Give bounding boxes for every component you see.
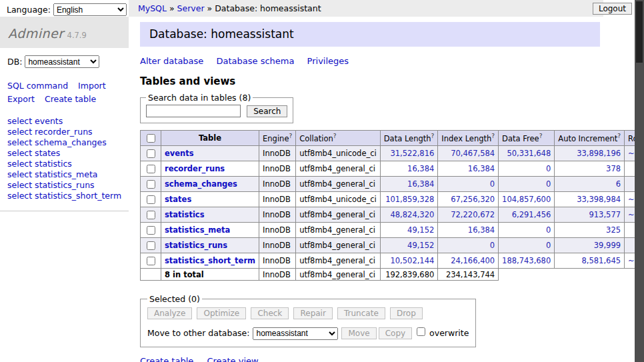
total-collation: utf8mb4_general_ci <box>296 269 381 281</box>
alter-database-link[interactable]: Alter database <box>140 56 203 66</box>
cell-collation: utf8mb4_general_ci <box>296 238 381 253</box>
rows-count-link[interactable]: ~ 312,180 <box>628 149 635 158</box>
sidebar-link-sql-command[interactable]: SQL command <box>7 81 68 91</box>
breadcrumb-link-mysql[interactable]: MySQL <box>138 3 167 13</box>
sidebar-link-import[interactable]: Import <box>78 81 106 91</box>
rows-count-link[interactable]: ~ 136,108 <box>628 256 635 265</box>
sidebar-item-select-recorder-runs[interactable]: select recorder_runs <box>7 127 122 137</box>
vertical-scrollbar[interactable] <box>635 0 644 362</box>
sidebar-link-export[interactable]: Export <box>7 94 35 104</box>
scrollbar-thumb[interactable] <box>636 1 643 63</box>
search-button[interactable]: Search <box>247 105 287 117</box>
sidebar-item-select-statistics-runs[interactable]: select statistics_runs <box>7 180 122 191</box>
analyze-button[interactable]: Analyze <box>147 307 192 319</box>
overwrite-checkbox[interactable] <box>417 327 425 336</box>
cell-index-length: 0 <box>438 238 499 253</box>
sidebar-item-select-statistics[interactable]: select statistics <box>7 159 122 169</box>
drop-button[interactable]: Drop <box>390 307 423 319</box>
language-select[interactable]: English <box>53 3 127 16</box>
sidebar-link-create-table[interactable]: Create table <box>45 94 96 104</box>
cell-rows: ~ 299,833 <box>625 192 635 207</box>
truncate-button[interactable]: Truncate <box>337 307 385 319</box>
repair-button[interactable]: Repair <box>293 307 332 319</box>
table-link[interactable]: statistics_short_term <box>165 256 255 265</box>
cell-data-length: 49,152 <box>380 223 438 238</box>
rows-count-link[interactable]: ~ 569,159 <box>628 210 635 219</box>
move-db-select[interactable]: homeassistant <box>253 327 338 340</box>
cell-data-length: 101,859,328 <box>380 192 438 207</box>
cell-auto-increment: 33,398,984 <box>555 192 625 207</box>
table-row: statistics_runs InnoDB utf8mb4_general_c… <box>141 238 635 253</box>
header-auto-increment: Auto Increment? <box>555 131 625 146</box>
rows-count-link[interactable]: ~ 299,833 <box>628 195 635 204</box>
help-icon[interactable]: ? <box>617 133 621 139</box>
cell-rows: ~ 312,180 <box>625 146 635 161</box>
cell-engine: InnoDB <box>259 161 296 177</box>
help-icon[interactable]: ? <box>539 133 543 139</box>
row-checkbox[interactable] <box>147 180 155 189</box>
database-schema-link[interactable]: Database schema <box>217 56 295 66</box>
move-button[interactable]: Move <box>341 327 376 339</box>
db-select[interactable]: homeassistant <box>25 55 99 68</box>
cell-index-length: 0 <box>438 177 499 192</box>
select-all-checkbox[interactable] <box>147 134 155 143</box>
row-checkbox[interactable] <box>147 241 155 250</box>
breadcrumb-link-server[interactable]: Server <box>177 3 205 13</box>
db-label: DB: <box>7 57 22 67</box>
table-link[interactable]: statistics_meta <box>165 225 230 235</box>
sidebar-table-list: select events select recorder_runs selec… <box>7 116 122 201</box>
copy-button[interactable]: Copy <box>379 327 412 339</box>
tables-and-views-heading: Tables and views <box>140 75 600 87</box>
table-row: schema_changes InnoDB utf8mb4_general_ci… <box>141 177 635 192</box>
search-legend: Search data in tables (8) <box>146 93 253 103</box>
table-total-row: 8 in total InnoDB utf8mb4_general_ci 192… <box>141 269 635 281</box>
header-collation: Collation? <box>296 131 381 146</box>
create-view-link[interactable]: Create view <box>207 356 258 362</box>
row-checkbox[interactable] <box>147 257 155 265</box>
adminer-brand-link[interactable]: Adminer <box>8 26 64 41</box>
overwrite-label: overwrite <box>429 328 469 338</box>
table-link[interactable]: statistics <box>165 210 205 219</box>
cell-engine: InnoDB <box>259 253 296 269</box>
cell-data-free: 6,291,456 <box>499 207 555 223</box>
privileges-link[interactable]: Privileges <box>307 56 349 66</box>
cell-auto-increment: 325 <box>555 223 625 238</box>
cell-rows: ~ 136,108 <box>625 253 635 269</box>
row-checkbox[interactable] <box>147 165 155 173</box>
logout-button[interactable]: Logout <box>593 3 632 15</box>
optimize-button[interactable]: Optimize <box>197 307 246 319</box>
table-link[interactable]: recorder_runs <box>165 164 225 173</box>
table-link[interactable]: schema_changes <box>165 179 237 189</box>
search-input[interactable] <box>146 105 241 117</box>
sidebar-item-select-schema-changes[interactable]: select schema_changes <box>7 137 122 148</box>
table-row: events InnoDB utf8mb4_unicode_ci 31,522,… <box>141 146 635 161</box>
table-link[interactable]: events <box>165 149 194 158</box>
row-checkbox[interactable] <box>147 195 155 204</box>
breadcrumb: MySQL»Server»Database: homeassistant <box>129 0 603 17</box>
cell-auto-increment: 39,999 <box>555 238 625 253</box>
sidebar-item-select-statistics-short-term[interactable]: select statistics_short_term <box>7 191 122 201</box>
language-label: Language: <box>7 5 51 15</box>
tables-overview: Table Engine? Collation? Data Length? In… <box>140 130 635 281</box>
create-table-link[interactable]: Create table <box>140 356 193 362</box>
help-icon[interactable]: ? <box>431 133 435 139</box>
help-icon[interactable]: ? <box>333 133 337 139</box>
row-checkbox[interactable] <box>147 226 155 235</box>
table-link[interactable]: states <box>165 195 191 204</box>
help-icon[interactable]: ? <box>289 133 292 139</box>
header-data-length: Data Length? <box>380 131 438 146</box>
sidebar-actions: SQL command Import Export Create table <box>7 79 122 106</box>
table-link[interactable]: statistics_runs <box>165 241 227 250</box>
total-index-length: 234,143,744 <box>438 269 499 281</box>
cell-collation: utf8mb4_general_ci <box>296 161 381 177</box>
sidebar-item-select-statistics-meta[interactable]: select statistics_meta <box>7 169 122 180</box>
header-data-free: Data Free? <box>499 131 555 146</box>
row-checkbox[interactable] <box>147 211 155 219</box>
help-icon[interactable]: ? <box>491 133 495 139</box>
cell-data-length: 49,152 <box>380 238 438 253</box>
cell-data-free: 0 <box>499 177 555 192</box>
sidebar-item-select-states[interactable]: select states <box>7 148 122 159</box>
row-checkbox[interactable] <box>147 149 155 158</box>
check-button[interactable]: Check <box>251 307 289 319</box>
sidebar-item-select-events[interactable]: select events <box>7 116 122 127</box>
